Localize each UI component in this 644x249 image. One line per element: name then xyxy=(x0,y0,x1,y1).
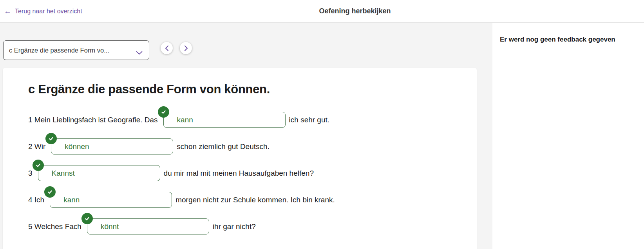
exercise-item-text-before: 4 Ich xyxy=(28,196,44,204)
correct-check-icon xyxy=(158,106,169,118)
answer-wrap xyxy=(163,112,286,128)
feedback-message: Er werd nog geen feedback gegeven xyxy=(500,36,637,44)
answer-input[interactable] xyxy=(51,138,173,154)
exercise-rows: 1 Mein Lieblingsfach ist Geografie. Das … xyxy=(28,112,461,245)
main-content: c Ergänze die passende Form vo... c Ergä… xyxy=(0,23,492,249)
exercise-select-value: c Ergänze die passende Form vo... xyxy=(9,47,109,54)
chevron-left-icon xyxy=(165,45,169,51)
answer-input[interactable] xyxy=(163,112,286,128)
correct-check-icon xyxy=(33,160,44,171)
exercise-select[interactable]: c Ergänze die passende Form vo... xyxy=(3,40,149,60)
exercise-item-text-after: morgen nicht zur Schule kommen. Ich bin … xyxy=(175,196,335,204)
top-bar: ← Terug naar het overzicht Oefening herb… xyxy=(0,0,644,23)
answer-wrap xyxy=(87,218,209,234)
answer-wrap xyxy=(38,165,160,181)
answer-wrap xyxy=(51,138,173,154)
next-exercise-button[interactable] xyxy=(180,42,192,54)
exercise-card: c Ergänze die passende Form von können. … xyxy=(3,68,477,249)
answer-input[interactable] xyxy=(38,165,160,181)
exercise-item-text-before: 5 Welches Fach xyxy=(28,222,81,231)
exercise-item-text-after: ich sehr gut. xyxy=(289,116,330,124)
exercise-item: 3 du mir mal mit meinen Hausaufgaben hel… xyxy=(28,165,461,181)
chevron-down-icon xyxy=(136,49,143,56)
answer-wrap xyxy=(50,192,172,208)
correct-check-icon xyxy=(81,213,93,224)
exercise-item: 1 Mein Lieblingsfach ist Geografie. Das … xyxy=(28,112,461,128)
back-to-overview-label: Terug naar het overzicht xyxy=(15,8,82,15)
correct-check-icon xyxy=(44,186,56,198)
exercise-item-text-after: du mir mal mit meinen Hausaufgaben helfe… xyxy=(164,169,314,178)
answer-input[interactable] xyxy=(50,192,172,208)
exercise-item-text-before: 2 Wir xyxy=(28,142,45,151)
chevron-right-icon xyxy=(184,45,188,51)
previous-exercise-button[interactable] xyxy=(161,42,173,54)
exercise-item-text-after: schon ziemlich gut Deutsch. xyxy=(177,142,270,151)
exercise-item: 5 Welches Fach ihr gar nicht? xyxy=(28,218,461,234)
exercise-item-text-after: ihr gar nicht? xyxy=(213,222,256,231)
answer-input[interactable] xyxy=(87,218,209,234)
exercise-item: 4 Ich morgen nicht zur Schule kommen. Ic… xyxy=(28,192,461,208)
page-title: Oefening herbekijken xyxy=(319,7,391,15)
exercise-heading: c Ergänze die passende Form von können. xyxy=(28,82,461,96)
exercise-item: 2 Wir schon ziemlich gut Deutsch. xyxy=(28,138,461,154)
exercise-item-text-before: 3 xyxy=(28,169,33,178)
exercise-item-text-before: 1 Mein Lieblingsfach ist Geografie. Das xyxy=(28,116,158,124)
feedback-panel: Er werd nog geen feedback gegeven xyxy=(492,23,644,249)
arrow-left-icon: ← xyxy=(4,7,11,15)
back-to-overview-link[interactable]: ← Terug naar het overzicht xyxy=(4,0,82,22)
